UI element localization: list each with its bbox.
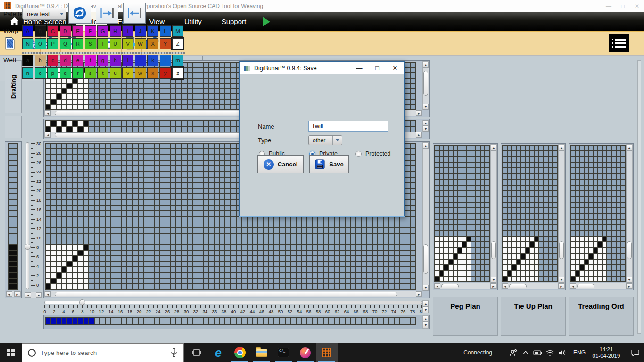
grid-cell[interactable]: [171, 273, 176, 278]
grid-cell[interactable]: [100, 155, 105, 160]
grid-cell[interactable]: [603, 237, 607, 241]
grid-cell[interactable]: [384, 273, 388, 278]
grid-cell[interactable]: [231, 273, 236, 278]
grid-cell[interactable]: [193, 63, 198, 67]
grid-cell[interactable]: [171, 84, 176, 88]
grid-cell[interactable]: [462, 277, 466, 281]
grid-cell[interactable]: [193, 189, 198, 193]
grid-cell[interactable]: [389, 256, 394, 261]
grid-cell[interactable]: [51, 189, 56, 193]
grid-cell[interactable]: [220, 200, 225, 205]
grid-cell[interactable]: [133, 144, 138, 148]
plan-vscrollbar[interactable]: ▲▼: [490, 144, 497, 283]
grid-cell[interactable]: [215, 267, 219, 272]
grid-cell[interactable]: [133, 189, 138, 193]
grid-cell[interactable]: [231, 79, 236, 83]
grid-cell[interactable]: [594, 208, 597, 213]
grid-cell[interactable]: [274, 279, 279, 283]
grid-cell[interactable]: [51, 222, 56, 227]
grid-cell[interactable]: [553, 146, 557, 150]
grid-cell[interactable]: [67, 228, 72, 233]
grid-cell[interactable]: [182, 94, 187, 99]
grid-cell[interactable]: [220, 73, 225, 77]
grid-cell[interactable]: [307, 217, 312, 222]
dialog-close-button[interactable]: ✕: [386, 62, 404, 74]
grid-cell[interactable]: [73, 178, 78, 182]
grid-cell[interactable]: [220, 211, 225, 216]
grid-cell[interactable]: [435, 271, 439, 276]
grid-cell[interactable]: [535, 231, 539, 236]
tie-up-plan-grid[interactable]: [502, 145, 558, 282]
grid-cell[interactable]: [176, 183, 181, 188]
grid-cell[interactable]: [384, 256, 388, 261]
grid-cell[interactable]: [462, 220, 466, 224]
grid-cell[interactable]: [215, 273, 219, 278]
grid-cell[interactable]: [139, 211, 143, 216]
grid-cell[interactable]: [517, 231, 520, 236]
grid-cell[interactable]: [313, 273, 317, 278]
grid-cell[interactable]: [458, 225, 462, 230]
grid-cell[interactable]: [73, 183, 78, 188]
grid-cell[interactable]: [617, 186, 620, 190]
grid-cell[interactable]: [449, 157, 453, 162]
grid-cell[interactable]: [462, 180, 466, 184]
grid-cell[interactable]: [248, 234, 252, 239]
grid-cell[interactable]: [539, 163, 543, 167]
grid-cell[interactable]: [116, 84, 121, 88]
grid-cell[interactable]: [373, 318, 378, 324]
grid-cell[interactable]: [9, 194, 17, 199]
grid-cell[interactable]: [67, 89, 72, 93]
grid-cell[interactable]: [467, 157, 471, 162]
grid-cell[interactable]: [106, 121, 110, 126]
grid-cell[interactable]: [539, 208, 543, 213]
grid-cell[interactable]: [435, 248, 439, 253]
shift-right-button[interactable]: [96, 3, 118, 24]
grid-cell[interactable]: [481, 168, 485, 173]
grid-cell[interactable]: [621, 231, 625, 236]
grid-cell[interactable]: [485, 163, 489, 167]
grid-cell[interactable]: [503, 265, 507, 270]
grid-cell[interactable]: [553, 180, 557, 184]
grid-cell[interactable]: [313, 262, 317, 266]
grid-cell[interactable]: [458, 191, 462, 196]
grid-cell[interactable]: [297, 222, 301, 227]
grid-cell[interactable]: [594, 151, 597, 156]
grid-cell[interactable]: [182, 228, 187, 233]
grid-cell[interactable]: [225, 79, 230, 83]
warp-color-I[interactable]: I: [122, 25, 133, 37]
grid-cell[interactable]: [106, 222, 110, 227]
grid-cell[interactable]: [571, 225, 575, 230]
grid-cell[interactable]: [269, 245, 274, 250]
grid-cell[interactable]: [302, 267, 306, 272]
grid-cell[interactable]: [253, 245, 257, 250]
grid-cell[interactable]: [612, 220, 616, 224]
grid-cell[interactable]: [535, 157, 539, 162]
grid-cell[interactable]: [476, 260, 480, 264]
grid-cell[interactable]: [100, 267, 105, 272]
grid-cell[interactable]: [78, 222, 83, 227]
grid-cell[interactable]: [318, 234, 323, 239]
grid-cell[interactable]: [111, 84, 116, 88]
grid-cell[interactable]: [198, 228, 203, 233]
grid-cell[interactable]: [585, 265, 588, 270]
grid-cell[interactable]: [116, 127, 121, 132]
grid-cell[interactable]: [78, 155, 83, 160]
grid-cell[interactable]: [535, 208, 539, 213]
grid-cell[interactable]: [481, 163, 485, 167]
grid-cell[interactable]: [291, 234, 296, 239]
grid-cell[interactable]: [607, 214, 611, 219]
grid-cell[interactable]: [621, 157, 625, 162]
grid-cell[interactable]: [535, 254, 539, 259]
grid-cell[interactable]: [512, 191, 516, 196]
grid-cell[interactable]: [220, 105, 225, 109]
grid-cell[interactable]: [89, 256, 94, 261]
grid-cell[interactable]: [313, 318, 317, 324]
grid-cell[interactable]: [100, 239, 105, 244]
grid-cell[interactable]: [149, 245, 154, 250]
grid-cell[interactable]: [242, 256, 247, 261]
grid-cell[interactable]: [127, 206, 132, 210]
grid-cell[interactable]: [95, 121, 99, 126]
grid-cell[interactable]: [617, 214, 620, 219]
grid-cell[interactable]: [231, 183, 236, 188]
grid-cell[interactable]: [84, 200, 89, 205]
